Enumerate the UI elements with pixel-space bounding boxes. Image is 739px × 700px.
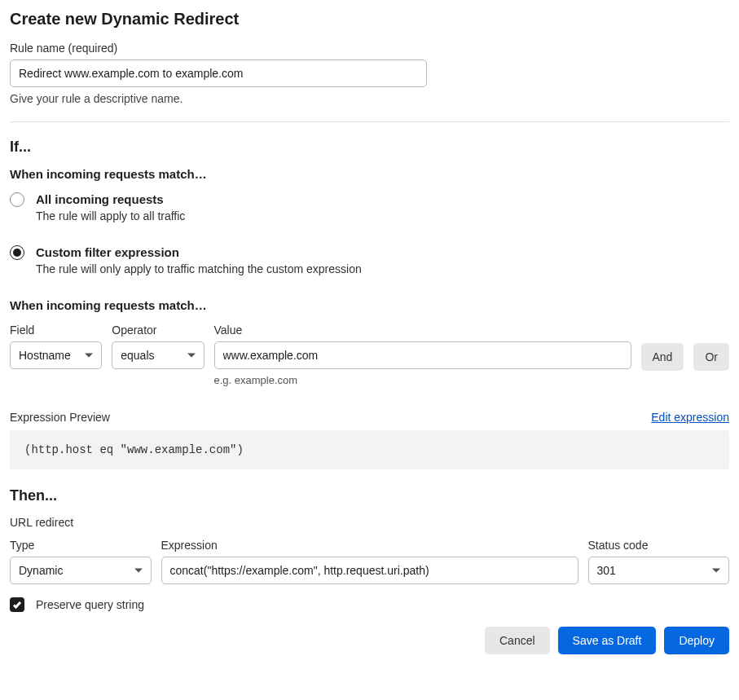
operator-label: Operator bbox=[112, 324, 204, 337]
radio-icon-selected[interactable] bbox=[10, 245, 24, 260]
status-code-select[interactable]: 301 bbox=[588, 557, 730, 584]
status-code-value: 301 bbox=[597, 564, 616, 577]
if-subheading: When incoming requests match… bbox=[10, 167, 729, 181]
page-title: Create new Dynamic Redirect bbox=[10, 10, 729, 29]
type-label: Type bbox=[10, 539, 152, 552]
rule-name-input[interactable] bbox=[10, 59, 427, 87]
chevron-down-icon bbox=[134, 569, 143, 573]
type-select[interactable]: Dynamic bbox=[10, 557, 152, 584]
field-label: Field bbox=[10, 324, 102, 337]
and-button[interactable]: And bbox=[641, 343, 684, 371]
field-value: Hostname bbox=[19, 349, 71, 362]
radio-icon[interactable] bbox=[10, 192, 24, 207]
rule-name-help: Give your rule a descriptive name. bbox=[10, 92, 729, 105]
if-heading: If... bbox=[10, 139, 729, 156]
url-redirect-label: URL redirect bbox=[10, 516, 729, 529]
value-help: e.g. example.com bbox=[214, 374, 631, 386]
value-input[interactable] bbox=[214, 341, 631, 369]
preserve-query-checkbox[interactable] bbox=[10, 597, 24, 612]
value-label: Value bbox=[214, 324, 631, 337]
cancel-button[interactable]: Cancel bbox=[485, 627, 550, 654]
chevron-down-icon bbox=[712, 569, 720, 573]
or-button[interactable]: Or bbox=[693, 343, 729, 371]
divider bbox=[10, 121, 729, 122]
radio-option-custom[interactable]: Custom filter expression The rule will o… bbox=[10, 245, 729, 275]
radio-title: All incoming requests bbox=[36, 192, 185, 206]
operator-value: equals bbox=[121, 349, 154, 362]
operator-select[interactable]: equals bbox=[112, 341, 204, 369]
rule-name-label: Rule name (required) bbox=[10, 42, 729, 55]
radio-desc: The rule will apply to all traffic bbox=[36, 209, 185, 222]
status-code-label: Status code bbox=[588, 539, 730, 552]
check-icon bbox=[12, 600, 22, 610]
type-value: Dynamic bbox=[19, 564, 63, 577]
preserve-query-label: Preserve query string bbox=[36, 598, 144, 611]
expression-label: Expression bbox=[161, 539, 578, 552]
edit-expression-link[interactable]: Edit expression bbox=[651, 411, 729, 424]
radio-option-all[interactable]: All incoming requests The rule will appl… bbox=[10, 192, 729, 222]
expression-input[interactable] bbox=[161, 557, 578, 584]
then-heading: Then... bbox=[10, 487, 729, 504]
save-draft-button[interactable]: Save as Draft bbox=[558, 627, 657, 654]
field-select[interactable]: Hostname bbox=[10, 341, 102, 369]
deploy-button[interactable]: Deploy bbox=[664, 627, 729, 654]
chevron-down-icon bbox=[187, 354, 196, 358]
chevron-down-icon bbox=[85, 354, 93, 358]
builder-heading: When incoming requests match… bbox=[10, 298, 729, 312]
expression-preview-code: (http.host eq "www.example.com") bbox=[10, 430, 729, 469]
radio-title: Custom filter expression bbox=[36, 245, 362, 259]
expression-preview-label: Expression Preview bbox=[10, 411, 110, 424]
radio-desc: The rule will only apply to traffic matc… bbox=[36, 262, 362, 275]
